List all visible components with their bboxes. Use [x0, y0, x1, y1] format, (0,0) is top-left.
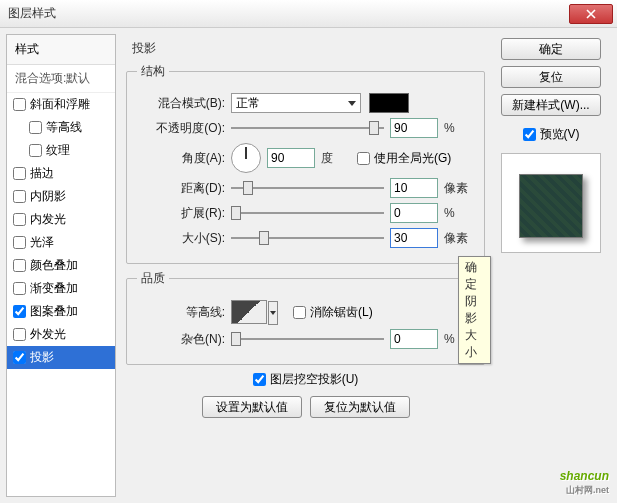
structure-legend: 结构	[137, 63, 169, 80]
antialias-checkbox[interactable]: 消除锯齿(L)	[293, 304, 373, 321]
angle-input[interactable]	[267, 148, 315, 168]
sidebar-item-checkbox[interactable]	[13, 190, 26, 203]
noise-input[interactable]	[390, 329, 438, 349]
sidebar-item-checkbox[interactable]	[13, 167, 26, 180]
blend-mode-label: 混合模式(B):	[137, 95, 225, 112]
preview-label: 预览(V)	[540, 126, 580, 143]
sidebar-item-8[interactable]: 渐变叠加	[7, 277, 115, 300]
knockout-checkbox[interactable]: 图层挖空投影(U)	[253, 371, 359, 388]
noise-slider[interactable]	[231, 330, 384, 348]
sidebar-item-label: 投影	[30, 349, 54, 366]
ok-button[interactable]: 确定	[501, 38, 601, 60]
sidebar-item-checkbox[interactable]	[13, 351, 26, 364]
sidebar-item-label: 纹理	[46, 142, 70, 159]
main-panel: 投影 结构 混合模式(B): 正常 不透明度(O): %	[120, 34, 491, 497]
sidebar-item-checkbox[interactable]	[29, 144, 42, 157]
sidebar-item-checkbox[interactable]	[13, 305, 26, 318]
panel-heading: 投影	[126, 36, 485, 63]
watermark: shancun 山村网.net	[560, 466, 609, 497]
sidebar-item-2[interactable]: 纹理	[7, 139, 115, 162]
spread-unit: %	[444, 206, 474, 220]
angle-label: 角度(A):	[137, 150, 225, 167]
sidebar-item-label: 渐变叠加	[30, 280, 78, 297]
sidebar-item-checkbox[interactable]	[13, 98, 26, 111]
close-button[interactable]	[569, 4, 613, 24]
distance-input[interactable]	[390, 178, 438, 198]
sidebar-subheader[interactable]: 混合选项:默认	[7, 65, 115, 93]
sidebar-item-label: 描边	[30, 165, 54, 182]
sidebar-item-checkbox[interactable]	[13, 236, 26, 249]
size-unit: 像素	[444, 230, 474, 247]
opacity-slider[interactable]	[231, 119, 384, 137]
sidebar-item-3[interactable]: 描边	[7, 162, 115, 185]
size-tooltip: 确定阴影大小	[458, 256, 491, 364]
right-panel: 确定 复位 新建样式(W)... 预览(V)	[491, 34, 611, 497]
opacity-input[interactable]	[390, 118, 438, 138]
global-light-checkbox[interactable]: 使用全局光(G)	[357, 150, 451, 167]
dialog-title: 图层样式	[8, 5, 569, 22]
sidebar-item-1[interactable]: 等高线	[7, 116, 115, 139]
sidebar-item-9[interactable]: 图案叠加	[7, 300, 115, 323]
sidebar-item-label: 图案叠加	[30, 303, 78, 320]
spread-label: 扩展(R):	[137, 205, 225, 222]
size-label: 大小(S):	[137, 230, 225, 247]
contour-picker[interactable]	[231, 300, 267, 324]
spread-slider[interactable]	[231, 204, 384, 222]
sidebar-item-11[interactable]: 投影	[7, 346, 115, 369]
sidebar-item-checkbox[interactable]	[13, 328, 26, 341]
blend-mode-value: 正常	[236, 95, 260, 112]
sidebar-item-0[interactable]: 斜面和浮雕	[7, 93, 115, 116]
preview-checkbox[interactable]: 预览(V)	[523, 126, 580, 143]
angle-unit: 度	[321, 150, 351, 167]
contour-label: 等高线:	[137, 304, 225, 321]
sidebar-item-7[interactable]: 颜色叠加	[7, 254, 115, 277]
size-slider[interactable]	[231, 229, 384, 247]
styles-sidebar: 样式 混合选项:默认 斜面和浮雕等高线纹理描边内阴影内发光光泽颜色叠加渐变叠加图…	[6, 34, 116, 497]
quality-group: 品质 等高线: 消除锯齿(L) 杂色(N): %	[126, 270, 485, 365]
close-icon	[586, 9, 596, 19]
contour-drop-icon[interactable]	[268, 301, 278, 325]
make-default-button[interactable]: 设置为默认值	[202, 396, 302, 418]
sidebar-item-label: 光泽	[30, 234, 54, 251]
sidebar-item-label: 斜面和浮雕	[30, 96, 90, 113]
chevron-down-icon	[348, 101, 356, 106]
distance-unit: 像素	[444, 180, 474, 197]
sidebar-item-checkbox[interactable]	[13, 213, 26, 226]
preview-thumbnail	[519, 174, 583, 238]
distance-label: 距离(D):	[137, 180, 225, 197]
spread-input[interactable]	[390, 203, 438, 223]
new-style-button[interactable]: 新建样式(W)...	[501, 94, 601, 116]
sidebar-item-label: 内发光	[30, 211, 66, 228]
sidebar-item-label: 颜色叠加	[30, 257, 78, 274]
quality-legend: 品质	[137, 270, 169, 287]
noise-label: 杂色(N):	[137, 331, 225, 348]
sidebar-header: 样式	[7, 35, 115, 65]
reset-default-button[interactable]: 复位为默认值	[310, 396, 410, 418]
antialias-label: 消除锯齿(L)	[310, 304, 373, 321]
sidebar-item-10[interactable]: 外发光	[7, 323, 115, 346]
distance-slider[interactable]	[231, 179, 384, 197]
sidebar-item-checkbox[interactable]	[13, 259, 26, 272]
preview-area	[501, 153, 601, 253]
global-light-label: 使用全局光(G)	[374, 150, 451, 167]
layer-style-dialog: 图层样式 样式 混合选项:默认 斜面和浮雕等高线纹理描边内阴影内发光光泽颜色叠加…	[0, 0, 617, 503]
sidebar-item-label: 内阴影	[30, 188, 66, 205]
structure-group: 结构 混合模式(B): 正常 不透明度(O): % 角度(A):	[126, 63, 485, 264]
cancel-button[interactable]: 复位	[501, 66, 601, 88]
sidebar-item-checkbox[interactable]	[29, 121, 42, 134]
sidebar-item-label: 外发光	[30, 326, 66, 343]
sidebar-item-5[interactable]: 内发光	[7, 208, 115, 231]
titlebar: 图层样式	[0, 0, 617, 28]
angle-dial[interactable]	[231, 143, 261, 173]
opacity-unit: %	[444, 121, 474, 135]
sidebar-item-checkbox[interactable]	[13, 282, 26, 295]
blend-mode-combo[interactable]: 正常	[231, 93, 361, 113]
shadow-color-swatch[interactable]	[369, 93, 409, 113]
size-input[interactable]	[390, 228, 438, 248]
sidebar-item-label: 等高线	[46, 119, 82, 136]
sidebar-item-4[interactable]: 内阴影	[7, 185, 115, 208]
sidebar-item-6[interactable]: 光泽	[7, 231, 115, 254]
opacity-label: 不透明度(O):	[137, 120, 225, 137]
knockout-label: 图层挖空投影(U)	[270, 371, 359, 388]
